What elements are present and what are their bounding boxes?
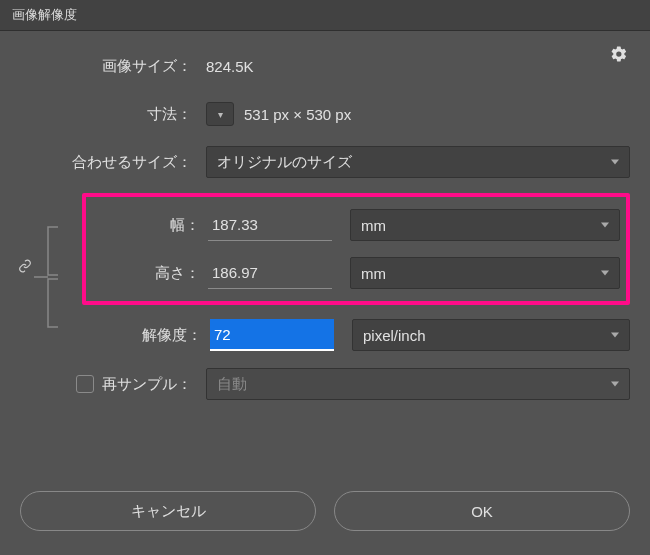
resolution-unit-select[interactable]: pixel/inch <box>352 319 630 351</box>
height-unit-value: mm <box>361 265 386 282</box>
resolution-label: 解像度： <box>82 326 210 345</box>
image-size-value: 824.5K <box>200 58 254 75</box>
height-label: 高さ： <box>92 264 208 283</box>
width-label: 幅： <box>92 216 208 235</box>
resample-checkbox[interactable] <box>76 375 94 393</box>
dimensions-label: 寸法： <box>20 105 200 124</box>
ok-button[interactable]: OK <box>334 491 630 531</box>
cancel-button[interactable]: キャンセル <box>20 491 316 531</box>
fit-to-value: オリジナルのサイズ <box>217 153 352 172</box>
cancel-button-label: キャンセル <box>131 502 206 521</box>
dimensions-value: 531 px × 530 px <box>244 106 351 123</box>
dialog-title: 画像解像度 <box>0 0 650 31</box>
resample-label: 再サンプル： <box>102 375 192 394</box>
fit-to-label: 合わせるサイズ： <box>20 153 200 172</box>
width-height-highlight: 幅： mm 高さ： mm <box>82 193 630 305</box>
chain-icon <box>18 259 32 276</box>
height-unit-select[interactable]: mm <box>350 257 620 289</box>
width-input[interactable] <box>208 209 332 241</box>
dimensions-unit-toggle[interactable]: ▾ <box>206 102 234 126</box>
link-bracket-icon <box>24 205 78 347</box>
ok-button-label: OK <box>471 503 493 520</box>
gear-icon[interactable] <box>610 45 628 67</box>
width-unit-select[interactable]: mm <box>350 209 620 241</box>
image-size-label: 画像サイズ： <box>20 57 200 76</box>
chevron-down-icon: ▾ <box>218 109 223 120</box>
resolution-input[interactable] <box>210 319 334 351</box>
resample-method-select: 自動 <box>206 368 630 400</box>
width-unit-value: mm <box>361 217 386 234</box>
fit-to-select[interactable]: オリジナルのサイズ <box>206 146 630 178</box>
image-size-dialog: 画像解像度 画像サイズ： 824.5K 寸法： ▾ 531 px × 530 p… <box>0 0 650 555</box>
resample-method-value: 自動 <box>217 375 247 394</box>
resolution-unit-value: pixel/inch <box>363 327 426 344</box>
dialog-content: 画像サイズ： 824.5K 寸法： ▾ 531 px × 530 px 合わせる… <box>0 31 650 473</box>
constrain-link[interactable] <box>20 193 82 359</box>
dialog-footer: キャンセル OK <box>0 473 650 555</box>
height-input[interactable] <box>208 257 332 289</box>
